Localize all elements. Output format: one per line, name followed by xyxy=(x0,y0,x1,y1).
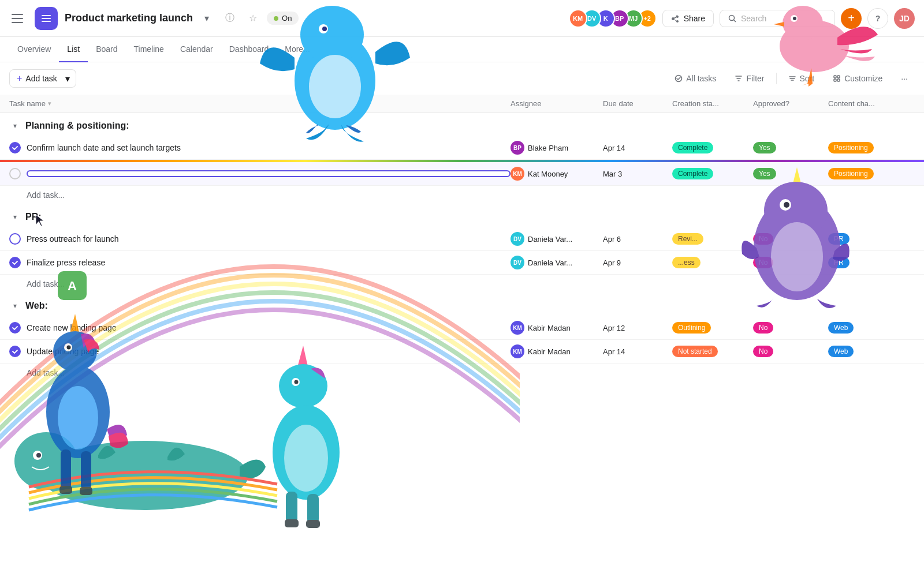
content-channel-cell[interactable]: Positioning xyxy=(828,142,915,153)
creation-status-cell[interactable]: Outlining xyxy=(672,322,753,334)
user-avatar[interactable]: JD xyxy=(894,8,915,29)
add-task-button[interactable]: + Add task xyxy=(9,69,65,88)
assignee-col-label: Assignee xyxy=(511,99,541,108)
content-channel-cell[interactable]: PR xyxy=(828,233,915,245)
tab-timeline[interactable]: Timeline xyxy=(126,37,172,62)
section-pr: ▾ PR: Press outreach for launch DV Danie… xyxy=(0,204,924,293)
section-planning: ▾ Planning & positioning: Confirm launch… xyxy=(0,113,924,204)
task-name[interactable]: Press outreach for launch xyxy=(27,234,511,243)
task-check-done[interactable] xyxy=(9,322,21,334)
task-row[interactable]: Press outreach for launch DV Daniela Var… xyxy=(0,227,924,251)
tab-bar: Overview List Board Timeline Calendar Da… xyxy=(0,37,924,62)
creation-status-badge: Complete xyxy=(672,142,713,153)
task-name[interactable]: Confirm launch date and set launch targe… xyxy=(27,143,511,152)
status-dot xyxy=(274,16,278,21)
due-date-editing: Mar 3 xyxy=(603,170,672,178)
task-name-input[interactable] xyxy=(27,170,511,177)
task-check-done[interactable] xyxy=(9,346,21,357)
task-check-empty[interactable] xyxy=(9,233,21,245)
creation-status-cell[interactable]: Revi... xyxy=(672,233,753,245)
creation-status-editing[interactable]: Complete xyxy=(672,168,753,179)
task-row[interactable]: Update pricing page KM Kabir Madan Apr 1… xyxy=(0,340,924,364)
due-date: Apr 9 xyxy=(603,258,621,267)
help-button[interactable]: ? xyxy=(867,8,888,29)
filter-button[interactable]: Filter xyxy=(728,70,771,87)
creation-status-cell[interactable]: ...ess xyxy=(672,257,753,268)
share-button[interactable]: Share xyxy=(662,10,714,27)
add-task-planning[interactable]: Add task... xyxy=(0,186,924,204)
tab-list[interactable]: List xyxy=(59,37,88,62)
add-task-pr[interactable]: Add task... xyxy=(0,275,924,293)
task-name[interactable]: Create new landing page xyxy=(27,323,511,332)
all-tasks-button[interactable]: All tasks xyxy=(668,70,723,87)
task-row[interactable]: Finalize press release DV Daniela Var...… xyxy=(0,251,924,275)
approved-editing[interactable]: Yes xyxy=(753,168,828,179)
approved-cell[interactable]: No xyxy=(753,346,828,357)
task-row-editing[interactable]: KM Kat Mooney Mar 3 Complete Yes Positio… xyxy=(0,162,924,186)
toolbar-divider xyxy=(776,73,777,84)
creation-status-col-label: Creation sta... xyxy=(672,99,719,108)
task-check-done[interactable] xyxy=(9,257,21,268)
due-date-cell: Apr 6 xyxy=(603,235,672,243)
task-name[interactable]: Finalize press release xyxy=(27,258,511,267)
content-channel-badge: PR xyxy=(828,233,850,245)
creation-status-cell[interactable]: Not started xyxy=(672,346,753,357)
content-channel-cell[interactable]: Web xyxy=(828,322,915,334)
approved-cell[interactable]: No xyxy=(753,322,828,334)
avatar[interactable]: KM xyxy=(569,9,587,28)
filter-label: Filter xyxy=(746,74,764,83)
content-channel-cell[interactable]: PR xyxy=(828,257,915,268)
more-options-button[interactable]: ··· xyxy=(894,70,915,87)
tab-calendar[interactable]: Calendar xyxy=(172,37,221,62)
creation-status-cell[interactable]: Complete xyxy=(672,142,753,153)
task-check-empty[interactable] xyxy=(9,168,21,179)
assignee-name: Daniela Var... xyxy=(528,235,572,243)
creation-status-badge: Outlining xyxy=(672,322,711,334)
add-task-dropdown[interactable]: ▾ xyxy=(60,69,76,88)
section-planning-header: ▾ Planning & positioning: xyxy=(0,113,924,136)
assignee-name: Kabir Madan xyxy=(528,324,571,332)
task-row[interactable]: Confirm launch date and set launch targe… xyxy=(0,136,924,160)
sort-label: Sort xyxy=(800,74,815,83)
assignee-avatar: DV xyxy=(511,256,524,269)
project-title[interactable]: Product marketing launch xyxy=(65,12,193,24)
approved-cell[interactable]: No xyxy=(753,257,828,268)
approved-cell[interactable]: Yes xyxy=(753,142,828,153)
approved-col-label: Approved? xyxy=(753,99,789,108)
assignee-cell: KM Kabir Madan xyxy=(511,344,603,358)
content-channel-cell[interactable]: Web xyxy=(828,346,915,357)
assignee-cell: DV Daniela Var... xyxy=(511,256,603,269)
tab-dashboard[interactable]: Dashboard xyxy=(221,37,277,62)
info-icon[interactable]: ⓘ xyxy=(221,9,239,28)
task-name-link[interactable]: Create new landing page xyxy=(27,323,117,332)
section-planning-toggle[interactable]: ▾ xyxy=(9,120,21,132)
task-check-done[interactable] xyxy=(9,142,21,153)
menu-icon-button[interactable] xyxy=(35,7,58,30)
tab-board[interactable]: Board xyxy=(88,37,125,62)
content-channel-col-label: Content cha... xyxy=(828,99,875,108)
svg-rect-1 xyxy=(42,18,51,19)
add-task-web[interactable]: Add task... xyxy=(0,364,924,382)
assignee-cell: KM Kabir Madan xyxy=(511,321,603,335)
tab-more[interactable]: More... xyxy=(277,37,318,62)
section-web-toggle[interactable]: ▾ xyxy=(9,300,21,312)
sort-button[interactable]: Sort xyxy=(781,70,822,87)
task-name-sort-icon[interactable]: ▾ xyxy=(48,100,51,107)
creation-status-badge-editing: Complete xyxy=(672,168,713,179)
creation-status-badge: Revi... xyxy=(672,233,703,245)
status-pill[interactable]: On xyxy=(267,12,299,25)
approved-cell[interactable]: No xyxy=(753,233,828,245)
star-icon[interactable]: ☆ xyxy=(244,9,262,28)
add-button[interactable]: + xyxy=(841,8,862,29)
section-pr-toggle[interactable]: ▾ xyxy=(9,211,21,223)
due-date-cell: Apr 12 xyxy=(603,324,672,332)
task-name[interactable]: Update pricing page xyxy=(27,347,511,356)
customize-button[interactable]: Customize xyxy=(826,70,889,87)
search-box[interactable]: Search xyxy=(720,10,835,27)
svg-rect-7 xyxy=(834,79,836,81)
tab-overview[interactable]: Overview xyxy=(9,37,59,62)
hamburger-button[interactable] xyxy=(9,9,28,28)
content-channel-editing[interactable]: Positioning xyxy=(828,168,915,179)
title-dropdown-icon[interactable]: ▾ xyxy=(198,9,216,28)
task-row[interactable]: Create new landing page KM Kabir Madan A… xyxy=(0,316,924,340)
